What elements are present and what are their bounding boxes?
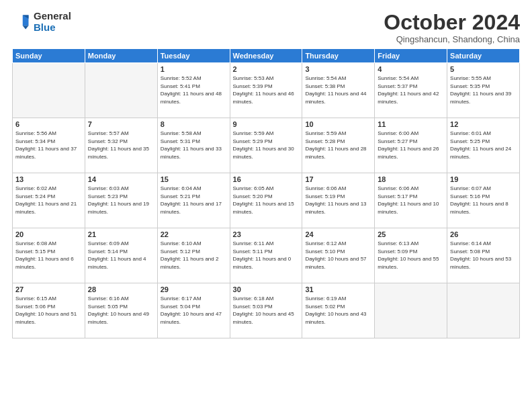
logo-text: General Blue (34, 11, 71, 33)
header: General Blue October 2024 Qingshancun, S… (12, 11, 520, 44)
location: Qingshancun, Shandong, China (384, 34, 520, 44)
logo-blue-text: Blue (34, 22, 71, 34)
day-info: Sunrise: 6:16 AMSunset: 5:05 PMDaylight:… (88, 295, 154, 326)
title-block: October 2024 Qingshancun, Shandong, Chin… (384, 11, 520, 44)
day-number: 19 (450, 175, 517, 183)
day-info: Sunrise: 6:00 AMSunset: 5:27 PMDaylight:… (378, 130, 444, 161)
day-info: Sunrise: 6:12 AMSunset: 5:10 PMDaylight:… (305, 240, 371, 271)
day-info: Sunrise: 5:59 AMSunset: 5:28 PMDaylight:… (305, 130, 371, 161)
day-cell: 3Sunrise: 5:54 AMSunset: 5:38 PMDaylight… (302, 63, 375, 118)
day-cell: 5Sunrise: 5:55 AMSunset: 5:35 PMDaylight… (447, 63, 520, 118)
day-number: 30 (233, 285, 300, 293)
day-cell: 23Sunrise: 6:11 AMSunset: 5:11 PMDayligh… (230, 228, 302, 283)
logo-icon (12, 13, 31, 32)
day-info: Sunrise: 6:06 AMSunset: 5:17 PMDaylight:… (378, 185, 444, 216)
day-number: 7 (88, 120, 154, 128)
day-cell: 13Sunrise: 6:02 AMSunset: 5:24 PMDayligh… (13, 173, 85, 228)
day-cell: 10Sunrise: 5:59 AMSunset: 5:28 PMDayligh… (302, 118, 375, 173)
day-info: Sunrise: 6:18 AMSunset: 5:03 PMDaylight:… (233, 295, 300, 326)
day-number: 13 (15, 175, 82, 183)
day-info: Sunrise: 5:59 AMSunset: 5:29 PMDaylight:… (233, 130, 300, 161)
day-info: Sunrise: 5:53 AMSunset: 5:39 PMDaylight:… (233, 75, 300, 105)
day-number: 31 (305, 285, 371, 293)
logo: General Blue (12, 11, 71, 33)
day-number: 22 (161, 230, 227, 238)
day-number: 10 (305, 120, 371, 128)
week-row-5: 27Sunrise: 6:15 AMSunset: 5:06 PMDayligh… (13, 283, 520, 338)
day-info: Sunrise: 6:04 AMSunset: 5:21 PMDaylight:… (161, 185, 227, 216)
col-monday: Monday (85, 49, 157, 63)
day-number: 20 (15, 230, 82, 238)
day-info: Sunrise: 5:55 AMSunset: 5:35 PMDaylight:… (450, 75, 517, 105)
logo-general-text: General (34, 11, 71, 22)
day-number: 15 (161, 175, 227, 183)
day-number: 3 (305, 65, 371, 73)
day-info: Sunrise: 6:09 AMSunset: 5:14 PMDaylight:… (88, 240, 154, 271)
day-number: 11 (378, 120, 444, 128)
day-number: 9 (233, 120, 300, 128)
day-cell: 31Sunrise: 6:19 AMSunset: 5:02 PMDayligh… (302, 283, 375, 338)
day-info: Sunrise: 5:54 AMSunset: 5:37 PMDaylight:… (378, 75, 444, 105)
day-cell: 7Sunrise: 5:57 AMSunset: 5:32 PMDaylight… (85, 118, 157, 173)
col-saturday: Saturday (447, 49, 520, 63)
day-cell: 26Sunrise: 6:14 AMSunset: 5:08 PMDayligh… (447, 228, 520, 283)
day-cell: 28Sunrise: 6:16 AMSunset: 5:05 PMDayligh… (85, 283, 157, 338)
day-cell: 14Sunrise: 6:03 AMSunset: 5:23 PMDayligh… (85, 173, 157, 228)
day-cell (375, 283, 447, 338)
day-info: Sunrise: 5:58 AMSunset: 5:31 PMDaylight:… (161, 130, 227, 161)
day-info: Sunrise: 6:07 AMSunset: 5:16 PMDaylight:… (450, 185, 517, 216)
day-cell (85, 63, 157, 118)
month-title: October 2024 (384, 11, 520, 34)
day-info: Sunrise: 6:08 AMSunset: 5:15 PMDaylight:… (15, 240, 82, 271)
day-cell: 16Sunrise: 6:05 AMSunset: 5:20 PMDayligh… (230, 173, 302, 228)
day-number: 25 (378, 230, 444, 238)
day-info: Sunrise: 5:57 AMSunset: 5:32 PMDaylight:… (88, 130, 154, 161)
day-cell: 24Sunrise: 6:12 AMSunset: 5:10 PMDayligh… (302, 228, 375, 283)
day-cell: 19Sunrise: 6:07 AMSunset: 5:16 PMDayligh… (447, 173, 520, 228)
day-number: 5 (450, 65, 517, 73)
day-info: Sunrise: 5:52 AMSunset: 5:41 PMDaylight:… (161, 75, 227, 105)
day-cell (447, 283, 520, 338)
day-cell: 15Sunrise: 6:04 AMSunset: 5:21 PMDayligh… (157, 173, 230, 228)
day-number: 28 (88, 285, 154, 293)
col-sunday: Sunday (13, 49, 85, 63)
week-row-4: 20Sunrise: 6:08 AMSunset: 5:15 PMDayligh… (13, 228, 520, 283)
day-cell: 27Sunrise: 6:15 AMSunset: 5:06 PMDayligh… (13, 283, 85, 338)
day-cell: 29Sunrise: 6:17 AMSunset: 5:04 PMDayligh… (157, 283, 230, 338)
day-cell: 12Sunrise: 6:01 AMSunset: 5:25 PMDayligh… (447, 118, 520, 173)
day-number: 16 (233, 175, 300, 183)
day-info: Sunrise: 5:54 AMSunset: 5:38 PMDaylight:… (305, 75, 371, 105)
day-info: Sunrise: 6:06 AMSunset: 5:19 PMDaylight:… (305, 185, 371, 216)
day-info: Sunrise: 6:14 AMSunset: 5:08 PMDaylight:… (450, 240, 517, 271)
calendar-page: General Blue October 2024 Qingshancun, S… (0, 0, 532, 411)
day-number: 4 (378, 65, 444, 73)
day-cell: 17Sunrise: 6:06 AMSunset: 5:19 PMDayligh… (302, 173, 375, 228)
day-cell: 8Sunrise: 5:58 AMSunset: 5:31 PMDaylight… (157, 118, 230, 173)
day-number: 27 (15, 285, 82, 293)
col-friday: Friday (375, 49, 447, 63)
day-cell: 21Sunrise: 6:09 AMSunset: 5:14 PMDayligh… (85, 228, 157, 283)
day-number: 8 (161, 120, 227, 128)
day-cell: 11Sunrise: 6:00 AMSunset: 5:27 PMDayligh… (375, 118, 447, 173)
day-info: Sunrise: 6:11 AMSunset: 5:11 PMDaylight:… (233, 240, 300, 271)
day-number: 2 (233, 65, 300, 73)
week-row-1: 1Sunrise: 5:52 AMSunset: 5:41 PMDaylight… (13, 63, 520, 118)
day-number: 17 (305, 175, 371, 183)
day-info: Sunrise: 6:13 AMSunset: 5:09 PMDaylight:… (378, 240, 444, 271)
day-cell: 9Sunrise: 5:59 AMSunset: 5:29 PMDaylight… (230, 118, 302, 173)
day-info: Sunrise: 6:10 AMSunset: 5:12 PMDaylight:… (161, 240, 227, 271)
calendar-table: Sunday Monday Tuesday Wednesday Thursday… (12, 48, 520, 338)
day-cell: 22Sunrise: 6:10 AMSunset: 5:12 PMDayligh… (157, 228, 230, 283)
day-number: 26 (450, 230, 517, 238)
day-number: 1 (161, 65, 227, 73)
day-cell: 2Sunrise: 5:53 AMSunset: 5:39 PMDaylight… (230, 63, 302, 118)
day-number: 29 (161, 285, 227, 293)
week-row-2: 6Sunrise: 5:56 AMSunset: 5:34 PMDaylight… (13, 118, 520, 173)
day-cell: 30Sunrise: 6:18 AMSunset: 5:03 PMDayligh… (230, 283, 302, 338)
day-number: 23 (233, 230, 300, 238)
day-cell (13, 63, 85, 118)
day-number: 14 (88, 175, 154, 183)
day-info: Sunrise: 6:01 AMSunset: 5:25 PMDaylight:… (450, 130, 517, 161)
day-number: 6 (15, 120, 82, 128)
day-info: Sunrise: 6:03 AMSunset: 5:23 PMDaylight:… (88, 185, 154, 216)
